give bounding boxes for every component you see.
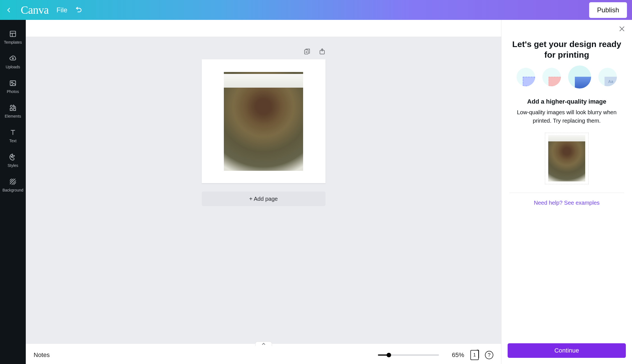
sidebar-item-text[interactable]: Text: [0, 123, 26, 148]
help-button[interactable]: ?: [485, 351, 493, 359]
canvas-scroll-area[interactable]: + Add page: [26, 37, 501, 344]
step-margins[interactable]: [542, 68, 561, 86]
notes-button[interactable]: Notes: [34, 351, 50, 359]
svg-line-14: [10, 179, 13, 182]
page-count-button[interactable]: 1: [470, 350, 479, 360]
file-menu[interactable]: File: [57, 6, 68, 14]
panel-divider: [509, 193, 624, 193]
sidebar-item-label: Background: [3, 188, 24, 192]
left-sidebar: Templates Uploads Photos Elements Text: [0, 20, 26, 364]
svg-line-13: [10, 179, 12, 181]
undo-icon: [75, 6, 82, 14]
canvas-toolbar: [26, 20, 501, 37]
text-icon: [9, 129, 17, 136]
panel-footer: Continue: [501, 339, 632, 364]
panel-subheading: Add a higher-quality image: [527, 98, 606, 105]
zoom-level[interactable]: 65%: [452, 351, 464, 359]
print-panel: Let's get your design ready for printing…: [501, 20, 632, 364]
chevron-up-icon: [262, 343, 266, 346]
sidebar-item-elements[interactable]: Elements: [0, 99, 26, 123]
canva-logo: Canva: [21, 3, 49, 17]
zoom-slider[interactable]: [378, 354, 439, 356]
svg-rect-7: [13, 108, 16, 111]
chevron-left-icon: [6, 7, 12, 13]
help-examples-link[interactable]: Need help? See examples: [534, 200, 600, 206]
sidebar-item-label: Uploads: [6, 65, 20, 69]
svg-rect-0: [10, 31, 16, 37]
svg-point-10: [11, 156, 12, 157]
background-icon: [9, 178, 17, 186]
sidebar-item-label: Templates: [4, 40, 22, 45]
step-text[interactable]: Aa: [598, 68, 617, 86]
duplicate-page-button[interactable]: [304, 48, 310, 55]
step-image-quality[interactable]: [568, 66, 591, 88]
sidebar-item-label: Elements: [5, 114, 21, 118]
sidebar-item-photos[interactable]: Photos: [0, 74, 26, 99]
styles-icon: [9, 153, 17, 161]
app-header: Canva File Publish: [0, 0, 632, 20]
svg-rect-3: [10, 81, 16, 85]
sidebar-item-uploads[interactable]: Uploads: [0, 50, 26, 74]
templates-icon: [9, 30, 17, 38]
svg-point-12: [14, 155, 15, 156]
page-actions: [202, 48, 326, 55]
close-panel-button[interactable]: [619, 25, 625, 32]
continue-button[interactable]: Continue: [508, 343, 626, 358]
canvas-column: + Add page Notes 65% 1 ?: [26, 20, 501, 364]
low-quality-preview[interactable]: [548, 135, 585, 192]
svg-point-4: [11, 82, 13, 83]
upload-icon: [319, 48, 326, 55]
close-icon: [619, 25, 625, 32]
preview-image: [548, 135, 585, 181]
zoom-thumb[interactable]: [387, 353, 391, 357]
sidebar-item-label: Text: [9, 139, 17, 143]
sidebar-item-label: Styles: [8, 163, 18, 168]
step-indicator: Aa: [517, 68, 617, 88]
design-page[interactable]: [202, 59, 326, 183]
sidebar-item-styles[interactable]: Styles: [0, 148, 26, 173]
main-area: Templates Uploads Photos Elements Text: [0, 20, 632, 364]
share-page-button[interactable]: [319, 48, 326, 55]
panel-body: Let's get your design ready for printing…: [501, 36, 632, 339]
sidebar-item-templates[interactable]: Templates: [0, 25, 26, 50]
add-page-button[interactable]: + Add page: [202, 192, 326, 206]
photos-icon: [9, 79, 17, 87]
header-left: Canva File: [5, 3, 82, 17]
uploads-icon: [9, 55, 17, 62]
panel-header: [501, 20, 632, 36]
elements-icon: [9, 104, 17, 112]
bottom-bar: Notes 65% 1 ?: [26, 346, 501, 364]
svg-rect-6: [10, 108, 12, 111]
expand-bottom-handle[interactable]: [255, 342, 272, 346]
sidebar-item-label: Photos: [7, 89, 19, 94]
panel-title: Let's get your design ready for printing: [509, 39, 624, 60]
undo-button[interactable]: [75, 6, 82, 14]
duplicate-icon: [304, 48, 310, 55]
step-bleed[interactable]: [517, 68, 535, 86]
publish-button[interactable]: Publish: [589, 2, 627, 18]
svg-point-11: [12, 155, 13, 156]
sidebar-item-background[interactable]: Background: [0, 173, 26, 197]
svg-point-5: [10, 105, 13, 108]
panel-description: Low-quality images will look blurry when…: [509, 108, 624, 125]
zoom-track[interactable]: [378, 354, 439, 356]
back-button[interactable]: [5, 6, 13, 14]
design-image[interactable]: [224, 72, 303, 171]
